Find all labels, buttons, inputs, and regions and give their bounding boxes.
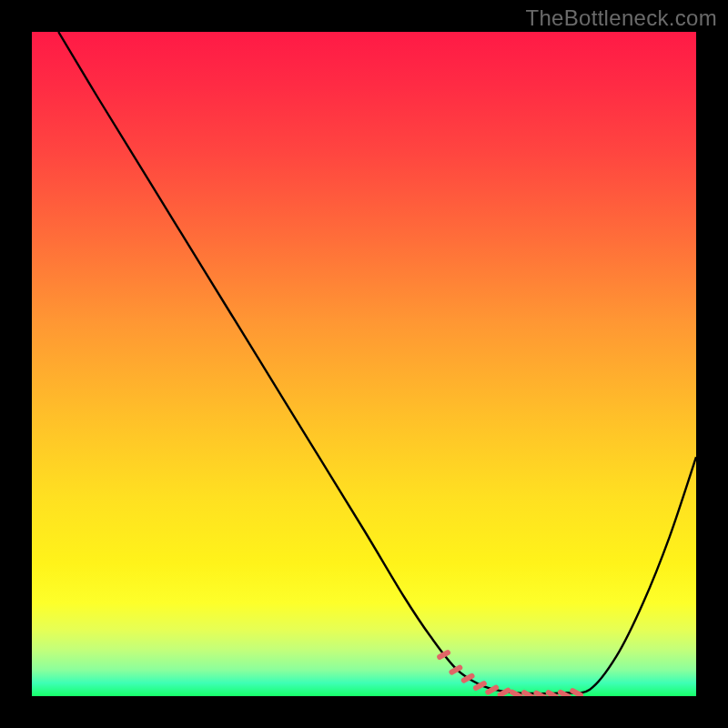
plot-area	[32, 32, 696, 696]
valley-dash	[451, 668, 460, 672]
valley-dash	[572, 691, 581, 695]
valley-dash	[464, 676, 472, 681]
valley-dash	[512, 693, 521, 696]
valley-dash	[500, 691, 509, 695]
valley-dash	[476, 683, 484, 688]
chart-svg	[32, 32, 696, 696]
valley-dash	[440, 652, 448, 657]
bottleneck-curve-path	[58, 32, 696, 693]
watermark-text: TheBottleneck.com	[525, 5, 717, 31]
valley-highlight	[440, 652, 581, 696]
valley-dash	[488, 688, 496, 693]
